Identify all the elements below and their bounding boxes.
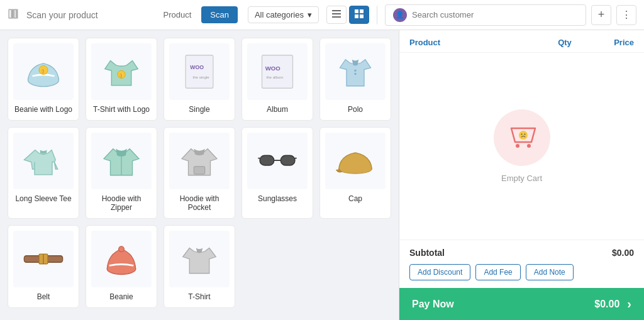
svg-point-38 — [527, 144, 531, 148]
product-image-cap — [325, 133, 386, 189]
product-card-beanie[interactable]: Beanie — [86, 225, 157, 308]
svg-point-23 — [354, 73, 357, 75]
chevron-down-icon: ▾ — [308, 10, 312, 19]
svg-rect-9 — [355, 14, 358, 18]
cart-col-qty-label: Qty — [546, 38, 584, 47]
svg-rect-2 — [14, 9, 16, 18]
svg-rect-4 — [332, 10, 341, 11]
top-bar: Product Scan All categories ▾ 👤 + ⋮ — [0, 0, 644, 30]
product-card-hoodie-with-zipper[interactable]: Hoodie with Zipper — [86, 127, 157, 219]
category-dropdown[interactable]: All categories ▾ — [248, 6, 319, 23]
svg-point-36 — [119, 246, 125, 252]
add-note-button[interactable]: Add Note — [526, 264, 574, 280]
grid-view-button[interactable] — [349, 6, 369, 24]
subtotal-row: Subtotal $0.00 — [409, 248, 634, 258]
product-name-sunglasses: Sunglasses — [258, 194, 297, 203]
view-toggle — [326, 6, 369, 24]
product-image-polo — [325, 43, 386, 100]
list-view-button[interactable] — [326, 6, 347, 24]
cart-panel: Product Qty Price Empty Cart — [399, 30, 644, 320]
product-card-beanie-with-logo[interactable]: :) Beanie with Logo — [8, 38, 79, 121]
product-image-beanie-with-logo: :) — [13, 43, 74, 100]
product-card-sunglasses[interactable]: Sunglasses — [242, 127, 313, 219]
svg-point-22 — [354, 70, 357, 72]
product-image-tshirt — [169, 231, 230, 287]
divider — [377, 6, 377, 25]
customer-avatar: 👤 — [393, 8, 407, 22]
pay-now-label: Pay Now — [412, 299, 454, 310]
add-discount-button[interactable]: Add Discount — [409, 264, 470, 280]
action-buttons: Add Discount Add Fee Add Note — [409, 264, 634, 280]
product-card-hoodie-with-pocket[interactable]: Hoodie with Pocket — [164, 127, 235, 219]
product-card-cap[interactable]: Cap — [319, 127, 391, 219]
product-name-single: Single — [189, 105, 209, 114]
add-customer-button[interactable]: + — [591, 5, 611, 25]
product-name-beanie-with-logo: Beanie with Logo — [14, 105, 72, 114]
svg-rect-1 — [13, 9, 14, 18]
product-name-album: Album — [267, 105, 288, 114]
svg-text::): :) — [42, 69, 44, 74]
product-image-hoodie-with-zipper — [91, 133, 152, 189]
cart-body: Empty Cart — [399, 53, 644, 240]
product-grid: :) Beanie with Logo :) T-Shirt with Logo… — [8, 38, 391, 308]
product-card-single[interactable]: WOO the single Single — [164, 38, 235, 121]
customer-input[interactable] — [412, 10, 578, 19]
svg-point-41 — [524, 134, 525, 135]
more-options-button[interactable]: ⋮ — [616, 5, 636, 25]
product-card-belt[interactable]: Belt — [8, 225, 79, 308]
svg-text:WOO: WOO — [190, 64, 204, 70]
product-card-long-sleeve-tee[interactable]: Long Sleeve Tee — [8, 127, 79, 219]
product-name-long-sleeve-tee: Long Sleeve Tee — [15, 194, 71, 203]
customer-search-box[interactable]: 👤 — [385, 4, 586, 26]
product-image-long-sleeve-tee — [13, 133, 74, 189]
product-name-belt: Belt — [37, 292, 50, 301]
product-button[interactable]: Product — [158, 8, 197, 22]
product-card-album[interactable]: WOO the album Album — [242, 38, 313, 121]
product-name-hoodie-with-zipper: Hoodie with Zipper — [91, 194, 152, 212]
svg-point-37 — [516, 144, 519, 148]
right-bar: 👤 + ⋮ — [385, 4, 636, 26]
product-image-tshirt-with-logo: :) — [91, 43, 152, 100]
svg-point-40 — [521, 134, 522, 135]
pay-now-button[interactable]: Pay Now $0.00 › — [399, 288, 644, 320]
product-image-hoodie-with-pocket — [169, 133, 230, 189]
product-image-beanie — [91, 231, 152, 287]
svg-rect-26 — [260, 155, 274, 165]
product-name-cap: Cap — [348, 194, 362, 203]
product-name-polo: Polo — [348, 105, 363, 114]
product-image-album: WOO the album — [247, 43, 308, 100]
empty-cart-text: Empty Cart — [501, 174, 542, 183]
scan-barcode-icon — [8, 8, 19, 22]
svg-rect-6 — [332, 16, 341, 18]
svg-rect-10 — [360, 14, 364, 18]
subtotal-label: Subtotal — [409, 248, 445, 258]
product-name-beanie: Beanie — [109, 292, 133, 301]
pay-now-value: $0.00 — [594, 299, 619, 310]
product-name-hoodie-with-pocket: Hoodie with Pocket — [169, 194, 230, 212]
cart-col-price-label: Price — [584, 38, 634, 47]
add-fee-button[interactable]: Add Fee — [475, 264, 520, 280]
empty-cart-icon — [494, 109, 550, 166]
product-name-tshirt: T-Shirt — [188, 292, 210, 301]
svg-rect-16 — [186, 55, 213, 89]
svg-point-39 — [519, 131, 528, 140]
cart-col-product-label: Product — [409, 38, 546, 47]
product-grid-panel: :) Beanie with Logo :) T-Shirt with Logo… — [0, 30, 399, 320]
svg-rect-7 — [355, 9, 358, 13]
svg-rect-3 — [17, 9, 18, 18]
svg-text:WOO: WOO — [265, 65, 281, 72]
svg-rect-25 — [194, 167, 205, 174]
svg-text:the album: the album — [267, 75, 284, 79]
product-card-tshirt[interactable]: T-Shirt — [164, 225, 235, 308]
svg-text::): :) — [119, 73, 122, 78]
product-image-sunglasses — [247, 133, 308, 189]
svg-rect-8 — [360, 9, 364, 13]
product-image-single: WOO the single — [169, 43, 230, 100]
category-label: All categories — [255, 10, 304, 19]
product-card-polo[interactable]: Polo — [319, 38, 391, 121]
cart-footer: Subtotal $0.00 Add Discount Add Fee Add … — [399, 240, 644, 288]
cart-header: Product Qty Price — [399, 30, 644, 53]
scan-input[interactable] — [26, 10, 153, 20]
scan-button[interactable]: Scan — [201, 6, 238, 23]
product-card-tshirt-with-logo[interactable]: :) T-Shirt with Logo — [86, 38, 157, 121]
